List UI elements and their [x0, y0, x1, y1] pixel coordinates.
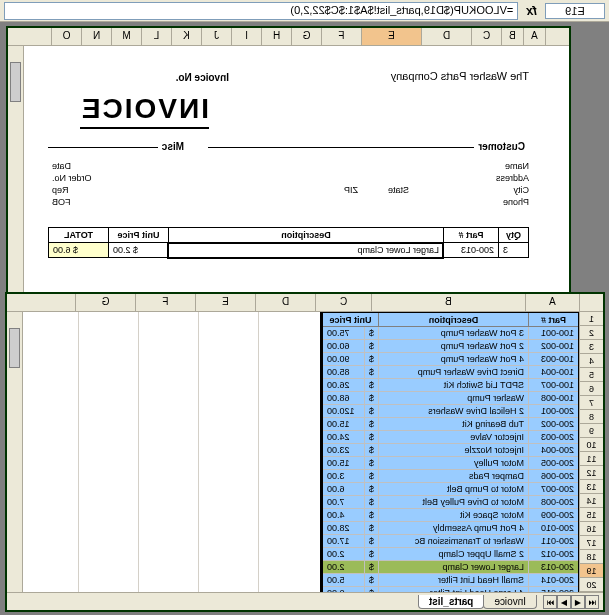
col-header-C[interactable]: C	[471, 28, 501, 45]
scroll-thumb[interactable]	[10, 62, 21, 102]
table-row[interactable]: 200-008Motor to Drive Pulley Belt$7.00	[322, 496, 578, 509]
col-header-E[interactable]: E	[195, 294, 255, 311]
cell-currency[interactable]: $	[364, 574, 378, 587]
cell-price[interactable]: 9.00	[322, 587, 364, 593]
scroll-thumb[interactable]	[9, 328, 20, 368]
cell-price[interactable]: 120.00	[322, 405, 364, 418]
row-header-9[interactable]: 9	[580, 424, 603, 438]
vertical-scrollbar[interactable]	[7, 312, 23, 592]
tab-parts-list[interactable]: parts_list	[418, 595, 484, 609]
cell-price[interactable]: 85.00	[322, 366, 364, 379]
row-header-5[interactable]: 5	[580, 368, 603, 382]
col-header-B[interactable]: B	[501, 28, 523, 45]
cell-desc[interactable]: SPDT Lid Switch Kit	[379, 379, 529, 392]
cell-unit-price[interactable]: $ 2.00	[109, 243, 169, 258]
row-header-15[interactable]: 15	[580, 508, 603, 522]
cell-price[interactable]: 6.00	[322, 483, 364, 496]
col-header-D[interactable]: D	[421, 28, 471, 45]
cell-part[interactable]: 100-008	[529, 392, 579, 405]
col-header-N[interactable]: N	[81, 28, 111, 45]
cell-part[interactable]: 100-001	[529, 327, 579, 340]
table-row[interactable]: 200-002Tub Bearing Kit$15.00	[322, 418, 578, 431]
cell-part[interactable]: 100-002	[529, 340, 579, 353]
table-row[interactable]: 100-004Direct Drive Washer Pump$85.00	[322, 366, 578, 379]
col-header-D[interactable]: D	[255, 294, 315, 311]
cell-price[interactable]: 17.00	[322, 535, 364, 548]
cell-price[interactable]: 3.00	[322, 470, 364, 483]
cell-currency[interactable]: $	[364, 418, 378, 431]
row-header-6[interactable]: 6	[580, 382, 603, 396]
cell-desc[interactable]: 3 Port Washer Pump	[379, 327, 529, 340]
table-row[interactable]: 200-005Motor Pulley$15.00	[322, 457, 578, 470]
cell-price[interactable]: 4.00	[322, 509, 364, 522]
col-header-O[interactable]: O	[51, 28, 81, 45]
row-header-18[interactable]: 18	[580, 550, 603, 564]
cell-part[interactable]: 100-004	[529, 366, 579, 379]
table-row[interactable]: 200-003Injector Valve$24.00	[322, 431, 578, 444]
col-header-C[interactable]: C	[315, 294, 371, 311]
table-row[interactable]: 100-0013 Port Washer Pump$75.00	[322, 327, 578, 340]
cell-desc[interactable]: Injector Nozzle	[379, 444, 529, 457]
cell-desc[interactable]: 4 Large Head Lint Filter	[379, 587, 529, 593]
select-all-corner[interactable]	[545, 28, 569, 45]
tab-next-icon[interactable]: ▶	[557, 595, 571, 609]
cell-currency[interactable]: $	[364, 392, 378, 405]
cell-currency[interactable]: $	[364, 431, 378, 444]
cell-price[interactable]: 60.00	[322, 340, 364, 353]
table-row[interactable]: 200-007Motor to Pump Belt$6.00	[322, 483, 578, 496]
cell-currency[interactable]: $	[364, 379, 378, 392]
cell-desc[interactable]: 2 Port Washer Pump	[379, 340, 529, 353]
row-header-13[interactable]: 13	[580, 480, 603, 494]
table-row[interactable]: 100-0034 Port Washer Pump$90.00	[322, 353, 578, 366]
fx-icon[interactable]: fx	[522, 4, 541, 18]
cell-currency[interactable]: $	[364, 353, 378, 366]
cell-part[interactable]: 200-014	[529, 574, 579, 587]
col-header-G[interactable]: G	[291, 28, 321, 45]
cell-part[interactable]: 200-011	[529, 535, 579, 548]
invoice-line-row[interactable]: 3 200-013 Larger Lower Clamp $ 2.00 $ 6.…	[49, 243, 529, 258]
cell-part[interactable]: 200-004	[529, 444, 579, 457]
table-row[interactable]: 200-0012 Helical Drive Washers$120.00	[322, 405, 578, 418]
row-header-4[interactable]: 4	[580, 354, 603, 368]
cell-desc[interactable]: Damper Pads	[379, 470, 529, 483]
col-header-F[interactable]: F	[321, 28, 361, 45]
cell-part[interactable]: 200-013	[444, 243, 499, 258]
cell-part[interactable]: 200-008	[529, 496, 579, 509]
col-header-K[interactable]: K	[171, 28, 201, 45]
cell-desc[interactable]: Motor Space Kit	[379, 509, 529, 522]
cell-currency[interactable]: $	[364, 522, 378, 535]
cell-desc[interactable]: Motor Pulley	[379, 457, 529, 470]
cell-desc[interactable]: Larger Lower Clamp	[379, 561, 529, 574]
cell-price[interactable]: 90.00	[322, 353, 364, 366]
col-header-H[interactable]: H	[261, 28, 291, 45]
col-header-A[interactable]: A	[523, 28, 545, 45]
col-header-M[interactable]: M	[111, 28, 141, 45]
col-header-E[interactable]: E	[361, 28, 421, 45]
table-row[interactable]: 100-0022 Port Washer Pump$60.00	[322, 340, 578, 353]
cell-currency[interactable]: $	[364, 327, 378, 340]
col-header-J[interactable]: J	[201, 28, 231, 45]
cell-part[interactable]: 200-006	[529, 470, 579, 483]
col-header-F[interactable]: F	[135, 294, 195, 311]
parts-sheet[interactable]: Part #DescriptionUnit Price100-0013 Port…	[7, 312, 579, 592]
cell-desc[interactable]: Direct Drive Washer Pump	[379, 366, 529, 379]
cell-price[interactable]: 26.00	[322, 379, 364, 392]
cell-currency[interactable]: $	[364, 483, 378, 496]
cell-desc-active[interactable]: Larger Lower Clamp	[169, 243, 444, 258]
cell-part[interactable]: 200-002	[529, 418, 579, 431]
cell-currency[interactable]: $	[364, 405, 378, 418]
cell-currency[interactable]: $	[364, 340, 378, 353]
name-box[interactable]: E19	[545, 3, 605, 19]
cell-desc[interactable]: Tub Bearing Kit	[379, 418, 529, 431]
vertical-scrollbar[interactable]	[8, 46, 24, 316]
row-header-7[interactable]: 7	[580, 396, 603, 410]
row-header-2[interactable]: 2	[580, 326, 603, 340]
row-header-3[interactable]: 3	[580, 340, 603, 354]
row-header-17[interactable]: 17	[580, 536, 603, 550]
cell-currency[interactable]: $	[364, 548, 378, 561]
cell-part[interactable]: 100-003	[529, 353, 579, 366]
cell-price[interactable]: 15.00	[322, 418, 364, 431]
cell-desc[interactable]: 4 Port Pump Assembly	[379, 522, 529, 535]
cell-part[interactable]: 200-015	[529, 587, 579, 593]
cell-total[interactable]: $ 6.00	[49, 243, 109, 258]
